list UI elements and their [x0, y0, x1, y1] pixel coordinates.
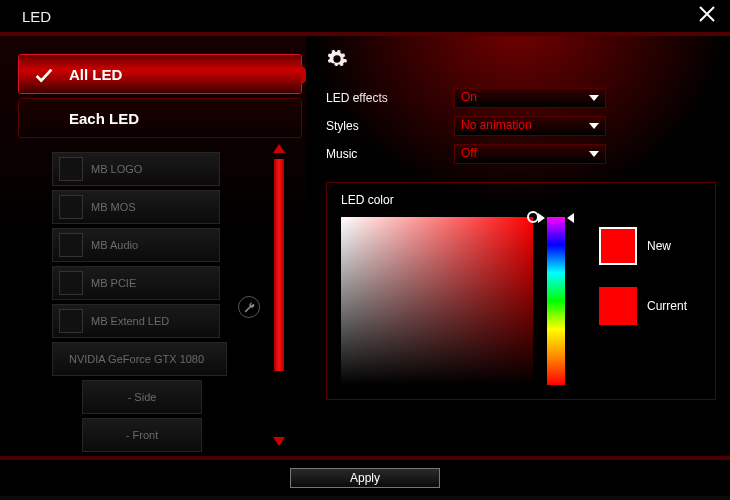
dropdown-value: Off [461, 146, 477, 160]
device-item-mb-audio[interactable]: MB Audio [52, 228, 220, 262]
sv-handle-icon[interactable] [527, 211, 539, 223]
swatch-label-current: Current [647, 299, 687, 313]
device-item-mb-pcie[interactable]: MB PCIE [52, 266, 220, 300]
color-sv-field[interactable] [341, 217, 533, 385]
title-bar: LED [0, 0, 730, 36]
led-color-box: LED color New Current [326, 182, 716, 400]
check-icon [33, 65, 55, 90]
device-item-gpu[interactable]: NVIDIA GeForce GTX 1080 [52, 342, 227, 376]
device-label: - Front [126, 429, 158, 441]
chevron-down-icon [589, 123, 599, 129]
scroll-track[interactable] [274, 159, 284, 431]
device-item-gpu-side[interactable]: - Side [82, 380, 202, 414]
dropdown-styles[interactable]: No animation [454, 116, 606, 136]
device-label: MB Audio [91, 239, 138, 251]
device-item-mb-extend[interactable]: MB Extend LED [52, 304, 220, 338]
footer: Apply [0, 456, 730, 496]
gear-icon [326, 48, 716, 74]
row-music: Music Off [326, 144, 716, 164]
scroll-thumb[interactable] [274, 159, 284, 371]
swatch-box-current [599, 287, 637, 325]
device-item-gpu-front[interactable]: - Front [82, 418, 202, 452]
apply-button[interactable]: Apply [290, 468, 440, 488]
apply-label: Apply [350, 471, 380, 485]
device-icon [59, 157, 83, 181]
swatch-current: Current [599, 287, 687, 325]
device-label: MB LOGO [91, 163, 142, 175]
device-label: MB PCIE [91, 277, 136, 289]
swatch-new: New [599, 227, 687, 265]
scroll-down-icon[interactable] [273, 437, 285, 446]
device-list: MB LOGO MB MOS MB Audio MB PCIE MB Exten… [0, 138, 306, 452]
device-label: NVIDIA GeForce GTX 1080 [69, 353, 204, 365]
chevron-down-icon [589, 95, 599, 101]
dropdown-value: On [461, 90, 477, 104]
tab-each-led[interactable]: Each LED [18, 98, 302, 138]
row-led-effects: LED effects On [326, 88, 716, 108]
swatch-label-new: New [647, 239, 671, 253]
device-item-mb-mos[interactable]: MB MOS [52, 190, 220, 224]
device-label: MB MOS [91, 201, 136, 213]
chevron-down-icon [589, 151, 599, 157]
window-title: LED [22, 8, 51, 25]
device-icon [59, 233, 83, 257]
label-styles: Styles [326, 119, 454, 133]
device-scrollbar[interactable] [272, 144, 286, 446]
led-color-title: LED color [341, 193, 701, 207]
tab-all-led[interactable]: All LED [18, 54, 302, 94]
swatch-box-new [599, 227, 637, 265]
label-music: Music [326, 147, 454, 161]
row-styles: Styles No animation [326, 116, 716, 136]
right-panel: LED effects On Styles No animation Music… [306, 36, 730, 456]
device-icon [59, 195, 83, 219]
swatches: New Current [599, 217, 687, 347]
wrench-icon[interactable] [238, 296, 260, 318]
device-item-mb-logo[interactable]: MB LOGO [52, 152, 220, 186]
scroll-up-icon[interactable] [273, 144, 285, 153]
device-label: - Side [128, 391, 157, 403]
tab-label: Each LED [69, 110, 139, 127]
device-label: MB Extend LED [91, 315, 169, 327]
color-hue-bar[interactable] [547, 217, 565, 385]
device-icon [59, 271, 83, 295]
tab-label: All LED [69, 66, 122, 83]
hue-pointer-icon[interactable] [538, 213, 574, 223]
dropdown-led-effects[interactable]: On [454, 88, 606, 108]
close-icon[interactable] [698, 5, 716, 27]
dropdown-value: No animation [461, 118, 532, 132]
left-panel: All LED Each LED MB LOGO MB MOS MB Audio… [0, 36, 306, 456]
device-icon [59, 309, 83, 333]
label-led-effects: LED effects [326, 91, 454, 105]
dropdown-music[interactable]: Off [454, 144, 606, 164]
